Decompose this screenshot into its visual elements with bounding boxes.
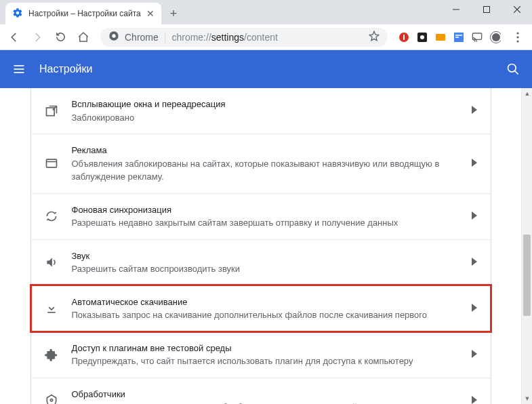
svg-point-5 bbox=[112, 34, 115, 37]
row-title: Фоновая синхронизация bbox=[72, 203, 458, 217]
omnibox-prefix: Chrome bbox=[125, 32, 159, 43]
row-title: Обработчики bbox=[72, 388, 458, 401]
row-title: Звук bbox=[72, 249, 458, 263]
settings-card: Всплывающие окна и переадресацияЗаблокир… bbox=[30, 88, 491, 404]
row-text: Автоматическое скачиваниеПоказывать запр… bbox=[72, 296, 458, 322]
bookmark-star-icon[interactable] bbox=[369, 31, 380, 43]
download-icon bbox=[45, 302, 58, 315]
home-button[interactable] bbox=[73, 27, 94, 47]
minimize-button[interactable] bbox=[441, 0, 471, 19]
row-text: Всплывающие окна и переадресацияЗаблокир… bbox=[72, 98, 458, 124]
row-title: Доступ к плагинам вне тестовой среды bbox=[72, 342, 458, 355]
row-subtitle: Заблокировано bbox=[72, 111, 458, 125]
handler-icon bbox=[45, 394, 58, 404]
window-titlebar: Настройки – Настройки сайта ✕ + bbox=[0, 0, 532, 24]
hamburger-menu-icon[interactable] bbox=[12, 62, 26, 76]
profile-avatar-icon[interactable] bbox=[490, 32, 501, 43]
chevron-right-icon bbox=[472, 396, 477, 405]
omnibox-scheme: chrome:// bbox=[171, 32, 211, 43]
settings-row[interactable]: Автоматическое скачиваниеПоказывать запр… bbox=[31, 285, 491, 331]
extension-icons bbox=[394, 32, 505, 43]
chevron-right-icon bbox=[472, 350, 477, 360]
omnibox-path: /content bbox=[244, 32, 278, 43]
content-scroll: Всплывающие окна и переадресацияЗаблокир… bbox=[0, 88, 521, 404]
close-window-button[interactable] bbox=[502, 0, 532, 19]
tab-title: Настройки – Настройки сайта bbox=[28, 9, 141, 18]
svg-point-27 bbox=[50, 399, 52, 401]
window-controls bbox=[441, 0, 532, 19]
sound-icon bbox=[45, 256, 58, 269]
close-tab-icon[interactable]: ✕ bbox=[146, 9, 155, 18]
row-text: ЗвукРазрешить сайтам воспроизводить звук… bbox=[72, 249, 458, 276]
scroll-down-arrow-icon[interactable]: ▼ bbox=[522, 393, 532, 404]
svg-point-14 bbox=[492, 33, 500, 41]
chevron-right-icon bbox=[472, 258, 477, 268]
svg-rect-10 bbox=[436, 34, 445, 41]
svg-rect-1 bbox=[483, 7, 489, 13]
browser-tab[interactable]: Настройки – Настройки сайта ✕ bbox=[5, 3, 161, 24]
extension-icon[interactable] bbox=[417, 32, 428, 43]
back-button[interactable] bbox=[4, 27, 24, 47]
page-title: Настройки bbox=[39, 63, 92, 75]
extension-icon[interactable] bbox=[435, 32, 446, 43]
row-subtitle: Объявления заблокированы на сайтах, кото… bbox=[72, 157, 458, 184]
settings-row[interactable]: Всплывающие окна и переадресацияЗаблокир… bbox=[31, 88, 491, 134]
chevron-right-icon bbox=[472, 304, 477, 314]
svg-rect-12 bbox=[472, 33, 481, 39]
scroll-up-arrow-icon[interactable]: ▲ bbox=[522, 88, 532, 99]
address-bar[interactable]: Chrome | chrome://settings/content bbox=[100, 28, 388, 47]
settings-row[interactable]: РекламаОбъявления заблокированы на сайта… bbox=[31, 134, 491, 193]
row-subtitle: Разрешить сайтам воспроизводить звуки bbox=[72, 262, 458, 276]
settings-header: Настройки bbox=[0, 50, 532, 88]
settings-row[interactable]: Доступ к плагинам вне тестовой средыПред… bbox=[31, 331, 491, 378]
cast-icon[interactable] bbox=[472, 32, 483, 43]
settings-row[interactable]: ЗвукРазрешить сайтам воспроизводить звук… bbox=[31, 239, 491, 285]
settings-row[interactable]: ОбработчикиРазрешать запрашивать установ… bbox=[31, 378, 491, 405]
reload-button[interactable] bbox=[50, 27, 70, 47]
settings-row[interactable]: Фоновая синхронизацияРазрешать недавно з… bbox=[31, 193, 491, 239]
svg-point-15 bbox=[516, 32, 518, 34]
row-text: РекламаОбъявления заблокированы на сайта… bbox=[72, 144, 458, 184]
row-subtitle: Разрешать недавно закрытым сайтам заверш… bbox=[72, 216, 458, 230]
row-text: Доступ к плагинам вне тестовой средыПред… bbox=[72, 342, 458, 368]
svg-rect-24 bbox=[46, 159, 56, 167]
sync-icon bbox=[45, 209, 58, 223]
search-icon[interactable] bbox=[506, 62, 520, 76]
browser-toolbar: Chrome | chrome://settings/content bbox=[0, 24, 532, 50]
scrollbar-thumb[interactable] bbox=[523, 235, 531, 316]
svg-point-17 bbox=[516, 40, 518, 42]
row-title: Реклама bbox=[72, 144, 458, 157]
extension-icon[interactable] bbox=[453, 32, 464, 43]
content-viewport: Всплывающие окна и переадресацияЗаблокир… bbox=[0, 88, 532, 404]
row-subtitle: Предупреждать, что сайт пытается использ… bbox=[72, 355, 458, 368]
svg-point-9 bbox=[420, 35, 424, 39]
chrome-logo-icon bbox=[108, 31, 119, 43]
row-subtitle: Разрешать запрашивать установку обработч… bbox=[72, 401, 458, 404]
forward-button[interactable] bbox=[27, 27, 47, 47]
svg-line-22 bbox=[515, 71, 518, 75]
row-subtitle: Показывать запрос на скачивание дополнит… bbox=[72, 308, 458, 322]
menu-button[interactable] bbox=[508, 27, 528, 47]
row-text: ОбработчикиРазрешать запрашивать установ… bbox=[72, 388, 458, 405]
plugin-icon bbox=[45, 348, 58, 361]
gear-icon bbox=[12, 7, 23, 20]
row-text: Фоновая синхронизацияРазрешать недавно з… bbox=[72, 203, 458, 230]
svg-rect-7 bbox=[403, 35, 405, 40]
chevron-right-icon bbox=[472, 159, 477, 169]
svg-rect-26 bbox=[47, 312, 56, 313]
chevron-right-icon bbox=[472, 106, 477, 116]
ads-icon bbox=[45, 157, 58, 170]
extension-icon[interactable] bbox=[398, 32, 409, 43]
new-tab-button[interactable]: + bbox=[164, 4, 183, 23]
row-title: Автоматическое скачивание bbox=[72, 296, 458, 309]
maximize-button[interactable] bbox=[471, 0, 502, 19]
scrollbar[interactable]: ▲ ▼ bbox=[521, 88, 532, 404]
row-title: Всплывающие окна и переадресация bbox=[72, 98, 458, 111]
popup-icon bbox=[45, 104, 58, 118]
svg-point-21 bbox=[508, 64, 516, 73]
chevron-right-icon bbox=[472, 211, 477, 222]
omnibox-host: settings bbox=[211, 32, 244, 43]
svg-point-16 bbox=[516, 36, 518, 38]
